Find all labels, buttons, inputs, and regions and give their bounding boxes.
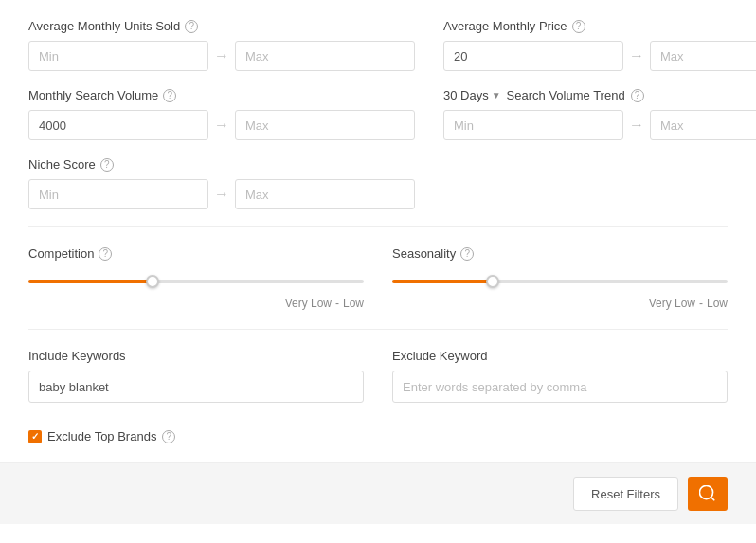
search-volume-trend-max[interactable]	[650, 110, 756, 140]
monthly-search-volume-max[interactable]	[235, 110, 415, 140]
search-volume-trend-label-row: 30 Days ▼ Search Volume Trend ?	[443, 88, 756, 102]
avg-monthly-units-group: Average Monthly Units Sold ? →	[28, 19, 415, 71]
footer-bar: Reset Filters	[0, 462, 756, 524]
seasonality-fill	[392, 280, 493, 283]
search-volume-trend-group: 30 Days ▼ Search Volume Trend ? →	[443, 88, 756, 140]
competition-label: Competition ?	[28, 246, 364, 261]
avg-monthly-units-label: Average Monthly Units Sold ?	[28, 19, 415, 33]
seasonality-values: Very Low - Low	[392, 297, 728, 310]
exclude-top-brands-label: Exclude Top Brands	[47, 429, 156, 443]
keywords-row: Include Keywords Exclude Keyword	[28, 349, 728, 403]
seasonality-dash: -	[699, 297, 703, 310]
monthly-search-volume-min[interactable]	[28, 110, 208, 140]
sliders-row: Competition ? Very Low - Low Seasonality…	[28, 246, 728, 310]
chevron-down-icon: ▼	[492, 90, 501, 100]
seasonality-help-icon[interactable]: ?	[460, 247, 474, 261]
competition-values: Very Low - Low	[28, 297, 364, 310]
exclude-keyword-input[interactable]	[392, 371, 728, 403]
avg-monthly-price-min[interactable]	[443, 41, 623, 71]
exclude-top-brands-row: Exclude Top Brands ?	[28, 420, 728, 453]
niche-score-max[interactable]	[235, 179, 415, 209]
include-keywords-group: Include Keywords	[28, 349, 364, 403]
exclude-keyword-label: Exclude Keyword	[392, 349, 728, 363]
range-arrow-3: →	[214, 117, 229, 134]
exclude-top-brands-help-icon[interactable]: ?	[162, 430, 175, 443]
avg-monthly-units-max[interactable]	[235, 41, 415, 71]
avg-monthly-price-group: Average Monthly Price ? →	[443, 19, 756, 71]
row-search-volume: Monthly Search Volume ? → 30 Days ▼ Sear…	[28, 88, 728, 140]
search-icon	[699, 485, 716, 502]
include-keywords-label: Include Keywords	[28, 349, 364, 363]
monthly-search-volume-range: →	[28, 110, 415, 140]
search-volume-trend-help-icon[interactable]: ?	[631, 89, 644, 102]
niche-score-placeholder	[443, 157, 728, 209]
search-button[interactable]	[688, 477, 728, 511]
exclude-top-brands-checkbox[interactable]	[28, 430, 42, 443]
niche-score-help-icon[interactable]: ?	[100, 158, 114, 172]
filters-container: Average Monthly Units Sold ? → Average M…	[0, 0, 756, 453]
divider-2	[28, 329, 728, 330]
include-keywords-input[interactable]	[28, 371, 364, 403]
avg-monthly-units-min[interactable]	[28, 41, 208, 71]
seasonality-slider[interactable]	[392, 272, 728, 291]
exclude-keyword-group: Exclude Keyword	[392, 349, 728, 403]
avg-monthly-units-range: →	[28, 41, 415, 71]
monthly-search-volume-group: Monthly Search Volume ? →	[28, 88, 415, 140]
avg-monthly-price-label: Average Monthly Price ?	[443, 19, 756, 33]
monthly-search-volume-help-icon[interactable]: ?	[163, 89, 176, 102]
competition-slider[interactable]	[28, 272, 364, 291]
competition-thumb[interactable]	[146, 275, 159, 288]
search-volume-trend-range: →	[443, 110, 756, 140]
niche-score-group: Niche Score ? →	[28, 157, 415, 209]
search-volume-trend-min[interactable]	[443, 110, 623, 140]
reset-filters-button[interactable]: Reset Filters	[573, 477, 678, 511]
niche-score-label: Niche Score ?	[28, 157, 415, 172]
competition-group: Competition ? Very Low - Low	[28, 246, 364, 310]
range-arrow-1: →	[214, 47, 229, 64]
seasonality-label: Seasonality ?	[392, 246, 728, 261]
avg-monthly-price-range: →	[443, 41, 756, 71]
seasonality-track	[392, 280, 728, 283]
competition-fill	[28, 280, 153, 283]
avg-monthly-units-help-icon[interactable]: ?	[185, 20, 198, 33]
competition-dash: -	[335, 297, 339, 310]
range-arrow-5: →	[214, 186, 229, 203]
seasonality-group: Seasonality ? Very Low - Low	[392, 246, 728, 310]
divider-1	[28, 226, 728, 227]
avg-monthly-price-help-icon[interactable]: ?	[572, 20, 585, 33]
avg-monthly-price-max[interactable]	[650, 41, 756, 71]
competition-track	[28, 280, 364, 283]
range-arrow-2: →	[629, 47, 644, 64]
range-arrow-4: →	[629, 117, 644, 134]
row-niche-score: Niche Score ? →	[28, 157, 728, 209]
niche-score-range: →	[28, 179, 415, 209]
competition-help-icon[interactable]: ?	[99, 247, 112, 261]
search-volume-trend-dropdown[interactable]: 30 Days ▼	[443, 88, 501, 102]
monthly-search-volume-label: Monthly Search Volume ?	[28, 88, 415, 102]
niche-score-min[interactable]	[28, 179, 208, 209]
row-units-price: Average Monthly Units Sold ? → Average M…	[28, 19, 728, 71]
seasonality-thumb[interactable]	[486, 275, 499, 288]
